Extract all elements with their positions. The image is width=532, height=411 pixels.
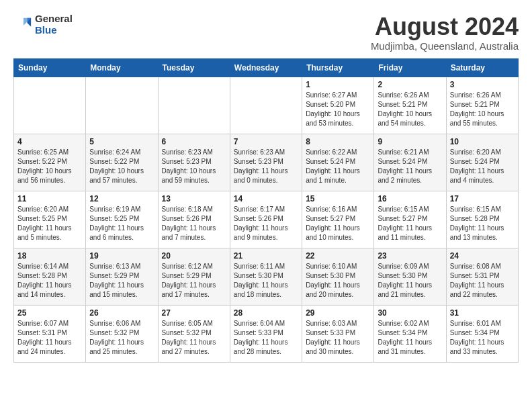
day-info: Sunrise: 6:27 AMSunset: 5:20 PMDaylight:… [306, 91, 370, 128]
calendar-week-row: 25Sunrise: 6:07 AMSunset: 5:31 PMDayligh… [14, 305, 519, 362]
calendar-cell: 7Sunrise: 6:23 AMSunset: 5:23 PMDaylight… [230, 134, 302, 191]
calendar-cell: 8Sunrise: 6:22 AMSunset: 5:24 PMDaylight… [302, 134, 374, 191]
day-info: Sunrise: 6:04 AMSunset: 5:33 PMDaylight:… [234, 319, 298, 357]
day-info: Sunrise: 6:01 AMSunset: 5:34 PMDaylight:… [450, 319, 515, 357]
day-number: 28 [234, 308, 298, 318]
calendar-cell: 10Sunrise: 6:20 AMSunset: 5:24 PMDayligh… [446, 134, 518, 191]
calendar-cell [14, 77, 86, 134]
day-number: 25 [17, 308, 82, 318]
day-info: Sunrise: 6:23 AMSunset: 5:23 PMDaylight:… [234, 148, 298, 185]
calendar-cell: 25Sunrise: 6:07 AMSunset: 5:31 PMDayligh… [14, 305, 86, 362]
calendar-cell [230, 77, 302, 134]
calendar-cell: 11Sunrise: 6:20 AMSunset: 5:25 PMDayligh… [14, 191, 86, 248]
calendar-cell: 18Sunrise: 6:14 AMSunset: 5:28 PMDayligh… [14, 248, 86, 305]
calendar-cell: 13Sunrise: 6:18 AMSunset: 5:26 PMDayligh… [158, 191, 230, 248]
day-info: Sunrise: 6:15 AMSunset: 5:27 PMDaylight:… [378, 205, 442, 242]
day-number: 2 [378, 80, 442, 89]
day-number: 22 [306, 251, 370, 261]
day-number: 6 [162, 137, 226, 146]
day-number: 1 [306, 80, 370, 89]
day-number: 8 [306, 137, 370, 146]
day-header-saturday: Saturday [446, 58, 518, 77]
day-number: 10 [450, 137, 515, 146]
day-number: 21 [234, 251, 298, 261]
calendar-cell: 5Sunrise: 6:24 AMSunset: 5:22 PMDaylight… [86, 134, 158, 191]
day-number: 3 [450, 80, 515, 89]
calendar-cell: 27Sunrise: 6:05 AMSunset: 5:32 PMDayligh… [158, 305, 230, 362]
day-number: 11 [17, 194, 82, 203]
day-header-tuesday: Tuesday [158, 58, 230, 77]
logo: General Blue [13, 13, 73, 36]
day-number: 5 [89, 137, 154, 146]
day-number: 13 [162, 194, 226, 203]
calendar-cell: 3Sunrise: 6:26 AMSunset: 5:21 PMDaylight… [446, 77, 518, 134]
calendar-cell: 12Sunrise: 6:19 AMSunset: 5:25 PMDayligh… [86, 191, 158, 248]
day-info: Sunrise: 6:05 AMSunset: 5:32 PMDaylight:… [162, 319, 226, 357]
calendar-cell: 21Sunrise: 6:11 AMSunset: 5:30 PMDayligh… [230, 248, 302, 305]
calendar-cell: 23Sunrise: 6:09 AMSunset: 5:30 PMDayligh… [374, 248, 446, 305]
day-header-sunday: Sunday [14, 58, 86, 77]
calendar-cell: 17Sunrise: 6:15 AMSunset: 5:28 PMDayligh… [446, 191, 518, 248]
calendar-cell: 29Sunrise: 6:03 AMSunset: 5:33 PMDayligh… [302, 305, 374, 362]
day-info: Sunrise: 6:20 AMSunset: 5:24 PMDaylight:… [450, 148, 515, 185]
day-number: 23 [378, 251, 442, 261]
calendar-cell: 6Sunrise: 6:23 AMSunset: 5:23 PMDaylight… [158, 134, 230, 191]
calendar-cell: 22Sunrise: 6:10 AMSunset: 5:30 PMDayligh… [302, 248, 374, 305]
calendar-cell: 24Sunrise: 6:08 AMSunset: 5:31 PMDayligh… [446, 248, 518, 305]
day-info: Sunrise: 6:19 AMSunset: 5:25 PMDaylight:… [89, 205, 154, 242]
calendar-week-row: 1Sunrise: 6:27 AMSunset: 5:20 PMDaylight… [14, 77, 519, 134]
day-info: Sunrise: 6:11 AMSunset: 5:30 PMDaylight:… [234, 262, 298, 300]
day-info: Sunrise: 6:24 AMSunset: 5:22 PMDaylight:… [89, 148, 154, 185]
calendar-cell: 19Sunrise: 6:13 AMSunset: 5:29 PMDayligh… [86, 248, 158, 305]
calendar-cell: 20Sunrise: 6:12 AMSunset: 5:29 PMDayligh… [158, 248, 230, 305]
day-info: Sunrise: 6:13 AMSunset: 5:29 PMDaylight:… [89, 262, 154, 300]
calendar-cell: 14Sunrise: 6:17 AMSunset: 5:26 PMDayligh… [230, 191, 302, 248]
day-info: Sunrise: 6:08 AMSunset: 5:31 PMDaylight:… [450, 262, 515, 300]
calendar-cell: 15Sunrise: 6:16 AMSunset: 5:27 PMDayligh… [302, 191, 374, 248]
calendar-cell: 1Sunrise: 6:27 AMSunset: 5:20 PMDaylight… [302, 77, 374, 134]
day-info: Sunrise: 6:21 AMSunset: 5:24 PMDaylight:… [378, 148, 442, 185]
title-block: August 2024 Mudjimba, Queensland, Austra… [371, 13, 519, 52]
day-info: Sunrise: 6:12 AMSunset: 5:29 PMDaylight:… [162, 262, 226, 300]
calendar-cell: 31Sunrise: 6:01 AMSunset: 5:34 PMDayligh… [446, 305, 518, 362]
day-number: 14 [234, 194, 298, 203]
page-header: General Blue August 2024 Mudjimba, Queen… [13, 13, 519, 52]
subtitle: Mudjimba, Queensland, Australia [371, 40, 519, 52]
day-number: 12 [89, 194, 154, 203]
calendar-week-row: 4Sunrise: 6:25 AMSunset: 5:22 PMDaylight… [14, 134, 519, 191]
day-header-wednesday: Wednesday [230, 58, 302, 77]
calendar-cell: 28Sunrise: 6:04 AMSunset: 5:33 PMDayligh… [230, 305, 302, 362]
calendar-cell: 4Sunrise: 6:25 AMSunset: 5:22 PMDaylight… [14, 134, 86, 191]
day-info: Sunrise: 6:26 AMSunset: 5:21 PMDaylight:… [378, 91, 442, 128]
logo-icon [13, 15, 32, 34]
day-header-friday: Friday [374, 58, 446, 77]
day-info: Sunrise: 6:02 AMSunset: 5:34 PMDaylight:… [378, 319, 442, 357]
logo-general: General [35, 13, 73, 25]
day-number: 27 [162, 308, 226, 318]
calendar-cell: 30Sunrise: 6:02 AMSunset: 5:34 PMDayligh… [374, 305, 446, 362]
day-info: Sunrise: 6:26 AMSunset: 5:21 PMDaylight:… [450, 91, 515, 128]
day-number: 7 [234, 137, 298, 146]
day-number: 29 [306, 308, 370, 318]
day-number: 4 [17, 137, 82, 146]
day-info: Sunrise: 6:15 AMSunset: 5:28 PMDaylight:… [450, 205, 515, 242]
day-number: 20 [162, 251, 226, 261]
day-number: 18 [17, 251, 82, 261]
day-number: 30 [378, 308, 442, 318]
day-header-thursday: Thursday [302, 58, 374, 77]
day-info: Sunrise: 6:20 AMSunset: 5:25 PMDaylight:… [17, 205, 82, 242]
day-info: Sunrise: 6:07 AMSunset: 5:31 PMDaylight:… [17, 319, 82, 357]
day-info: Sunrise: 6:18 AMSunset: 5:26 PMDaylight:… [162, 205, 226, 242]
day-header-monday: Monday [86, 58, 158, 77]
day-number: 16 [378, 194, 442, 203]
day-info: Sunrise: 6:03 AMSunset: 5:33 PMDaylight:… [306, 319, 370, 357]
day-info: Sunrise: 6:09 AMSunset: 5:30 PMDaylight:… [378, 262, 442, 300]
calendar-table: SundayMondayTuesdayWednesdayThursdayFrid… [13, 58, 519, 363]
calendar-week-row: 18Sunrise: 6:14 AMSunset: 5:28 PMDayligh… [14, 248, 519, 305]
day-number: 24 [450, 251, 515, 261]
calendar-cell: 9Sunrise: 6:21 AMSunset: 5:24 PMDaylight… [374, 134, 446, 191]
calendar-cell: 2Sunrise: 6:26 AMSunset: 5:21 PMDaylight… [374, 77, 446, 134]
day-number: 26 [89, 308, 154, 318]
day-info: Sunrise: 6:16 AMSunset: 5:27 PMDaylight:… [306, 205, 370, 242]
calendar-cell [86, 77, 158, 134]
